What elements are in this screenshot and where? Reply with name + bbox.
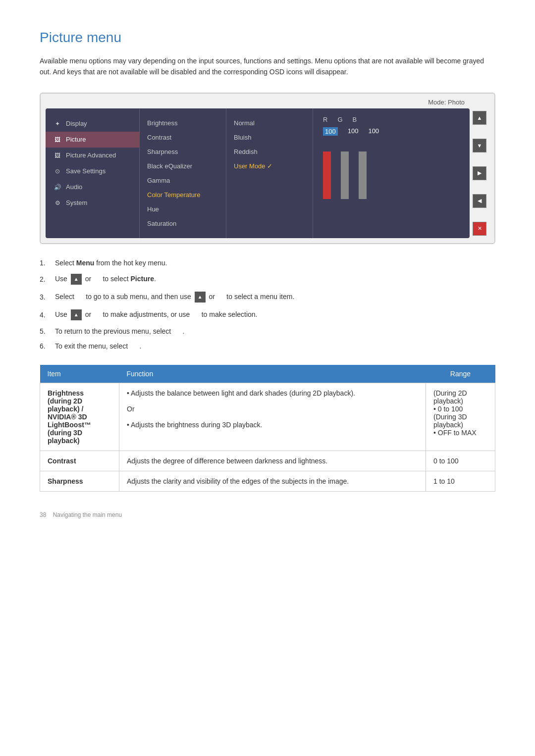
save-settings-icon: ⊙ <box>53 167 62 176</box>
table-row-contrast: Contrast Adjusts the degree of differenc… <box>40 451 495 471</box>
b-bar-wrap <box>359 140 367 199</box>
osd-menu-save-settings: ⊙ Save Settings <box>46 163 139 179</box>
osd-option-bluish: Bluish <box>226 130 313 145</box>
step-4-text: Use ▲ or to make adjustments, or use to … <box>55 309 258 320</box>
up-btn-2: ▲ <box>71 274 82 285</box>
instruction-1: 1. Select Menu from the hot key menu. <box>40 259 495 267</box>
osd-menu-display: ✦ Display <box>46 116 139 132</box>
step-5-num: 5. <box>40 327 52 335</box>
range-sharpness: 1 to 10 <box>426 471 495 491</box>
instruction-2: 2. Use ▲ or to select Picture. <box>40 274 495 285</box>
rgb-bars <box>321 140 462 199</box>
close-btn[interactable]: ✕ <box>473 222 486 236</box>
step-4-num: 4. <box>40 311 52 319</box>
scroll-right-btn[interactable]: ▶ <box>473 166 486 180</box>
g-bar <box>341 151 349 199</box>
r-bar <box>323 151 331 199</box>
osd-gamma: Gamma <box>140 173 226 188</box>
picture-advanced-icon: 🖼 <box>53 151 62 160</box>
function-sharpness: Adjusts the clarity and visibility of th… <box>119 471 426 491</box>
osd-brightness: Brightness <box>140 116 226 130</box>
osd-col3: Normal Bluish Reddish User Mode ✓ <box>226 108 313 238</box>
instructions-section: 1. Select Menu from the hot key menu. 2.… <box>40 259 495 350</box>
osd-contrast: Contrast <box>140 130 226 145</box>
osd-sharpness: Sharpness <box>140 145 226 159</box>
item-contrast: Contrast <box>40 451 119 471</box>
osd-screenshot: Mode: Photo ✦ Display 🖼 Picture 🖼 Pictur… <box>40 93 495 244</box>
step-1-text: Select Menu from the hot key menu. <box>55 259 167 267</box>
osd-col2: Brightness Contrast Sharpness Black eQua… <box>140 108 226 238</box>
picture-icon: 🖼 <box>53 135 62 144</box>
range-contrast: 0 to 100 <box>426 451 495 471</box>
table-row-brightness: Brightness (during 2D playback) / NVIDIA… <box>40 383 495 451</box>
osd-menu-picture-advanced: 🖼 Picture Advanced <box>46 148 139 163</box>
col-range: Range <box>426 365 495 383</box>
g-value: 100 <box>348 127 359 136</box>
table-row-sharpness: Sharpness Adjusts the clarity and visibi… <box>40 471 495 491</box>
footer: 38 Navigating the main menu <box>40 511 495 518</box>
osd-saturation: Saturation <box>140 216 226 231</box>
step-2-num: 2. <box>40 275 52 283</box>
step-6-text: To exit the menu, select . <box>55 342 141 350</box>
function-brightness: • Adjusts the balance between light and … <box>119 383 426 451</box>
osd-menu-system: ⚙ System <box>46 195 139 211</box>
osd-hue: Hue <box>140 202 226 216</box>
footer-nav-text: Navigating the main menu <box>53 511 122 518</box>
system-icon: ⚙ <box>53 199 62 207</box>
item-sharpness: Sharpness <box>40 471 119 491</box>
osd-scrollbar: ▲ ▼ ▶ ◀ ✕ <box>470 108 489 238</box>
r-label: R <box>323 116 327 123</box>
scroll-left-btn[interactable]: ◀ <box>473 194 486 208</box>
col-function: Function <box>119 365 426 383</box>
osd-option-reddish: Reddish <box>226 145 313 159</box>
g-bar-wrap <box>341 140 349 199</box>
step-6-num: 6. <box>40 342 52 350</box>
osd-option-normal: Normal <box>226 116 313 130</box>
page-title: Picture menu <box>40 30 495 46</box>
scroll-up-btn[interactable]: ▲ <box>473 111 486 125</box>
step-5-text: To return to the previous menu, select . <box>55 327 184 335</box>
r-value: 100 <box>323 127 338 136</box>
intro-text: Available menu options may vary dependin… <box>40 55 495 78</box>
instruction-6: 6. To exit the menu, select . <box>40 342 495 350</box>
up-btn-3: ▲ <box>195 292 206 302</box>
g-label: G <box>337 116 342 123</box>
osd-color-temperature: Color Temperature <box>140 188 226 202</box>
feature-table: Item Function Range Brightness (during 2… <box>40 365 495 492</box>
b-bar <box>359 151 367 199</box>
function-contrast: Adjusts the degree of difference between… <box>119 451 426 471</box>
osd-menu-audio: 🔊 Audio <box>46 179 139 195</box>
col-item: Item <box>40 365 119 383</box>
up-btn-4: ▲ <box>71 309 82 320</box>
rgb-labels: R G B <box>321 116 462 123</box>
step-2-text: Use ▲ or to select Picture. <box>55 274 156 285</box>
table-header-row: Item Function Range <box>40 365 495 383</box>
osd-option-user-mode: User Mode ✓ <box>226 159 313 173</box>
audio-icon: 🔊 <box>53 183 62 192</box>
step-3-text: Select to go to a sub menu, and then use… <box>55 292 294 302</box>
osd-menu-picture: 🖼 Picture <box>46 132 139 148</box>
display-icon: ✦ <box>53 119 62 128</box>
page-number: 38 <box>40 511 46 518</box>
instruction-4: 4. Use ▲ or to make adjustments, or use … <box>40 309 495 320</box>
step-3-num: 3. <box>40 293 52 301</box>
step-1-num: 1. <box>40 259 52 267</box>
osd-mode-bar: Mode: Photo <box>46 99 489 106</box>
osd-col1: ✦ Display 🖼 Picture 🖼 Picture Advanced ⊙… <box>46 108 140 238</box>
item-brightness: Brightness (during 2D playback) / NVIDIA… <box>40 383 119 451</box>
instruction-5: 5. To return to the previous menu, selec… <box>40 327 495 335</box>
b-value: 100 <box>368 127 379 136</box>
scroll-down-btn[interactable]: ▼ <box>473 139 486 152</box>
instruction-3: 3. Select to go to a sub menu, and then … <box>40 292 495 302</box>
b-label: B <box>353 116 357 123</box>
r-bar-wrap <box>323 140 331 199</box>
osd-col4-rgb: R G B 100 100 100 <box>313 108 470 238</box>
osd-black-equalizer: Black eQualizer <box>140 159 226 173</box>
range-brightness: (During 2D playback) • 0 to 100 (During … <box>426 383 495 451</box>
rgb-values: 100 100 100 <box>321 127 462 136</box>
